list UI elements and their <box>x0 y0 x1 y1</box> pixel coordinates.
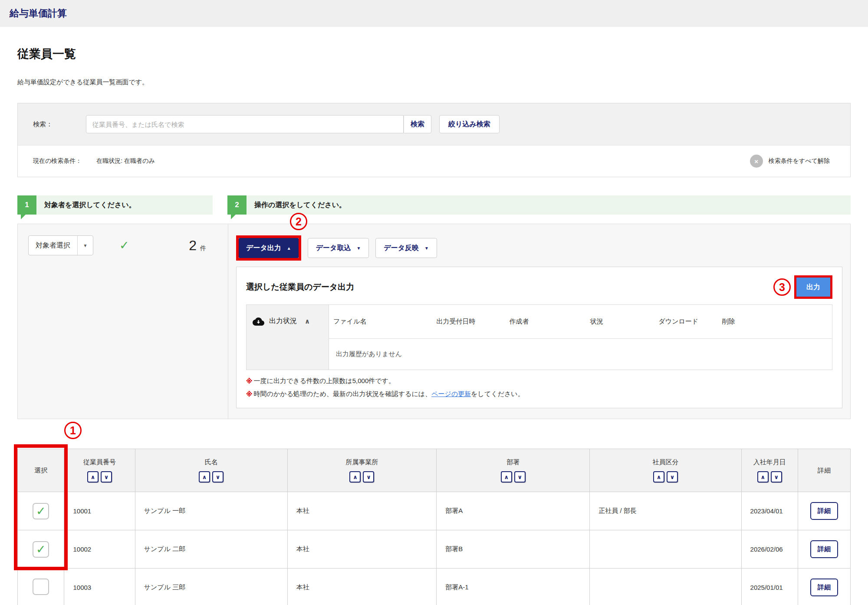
chevron-up-icon: ▲ <box>287 246 291 251</box>
column-header-employee-id: 従業員番号 <box>83 458 116 466</box>
column-header-detail: 詳細 <box>818 466 831 475</box>
sort-desc-button[interactable]: ∨ <box>101 471 112 483</box>
detail-button[interactable]: 詳細 <box>810 540 838 558</box>
sort-desc-button[interactable]: ∨ <box>363 471 374 483</box>
note-mark-icon: ※ <box>246 377 253 385</box>
chevron-down-icon: ▼ <box>424 246 429 251</box>
sort-desc-button[interactable]: ∨ <box>212 471 224 483</box>
page-description: 給与単価設定ができる従業員一覧画面です。 <box>17 78 851 86</box>
output-status-cell[interactable]: 出力状況 ∧ <box>247 305 329 370</box>
sort-desc-button[interactable]: ∨ <box>514 471 526 483</box>
app-title: 給与単価計算 <box>10 7 67 20</box>
employee-table-wrapper: 1 選択 従業員番号 ∧∨ 氏名 ∧∨ 所属事業所 ∧∨ 部署 ∧∨ 社員区分 … <box>17 449 851 605</box>
annotation-3: 3 <box>773 278 791 296</box>
export-notes: ※ 一度に出力できる件数の上限数は5,000件です。 ※ 時間のかかる処理のため… <box>246 377 832 398</box>
data-apply-button[interactable]: データ反映 ▼ <box>375 238 437 258</box>
row-checkbox[interactable]: ✓ <box>33 503 49 519</box>
column-header-name: 氏名 <box>205 458 218 466</box>
sort-asc-button[interactable]: ∧ <box>199 471 210 483</box>
current-condition-row: 現在の検索条件： 在職状況: 在職者のみ × 検索条件をすべて解除 <box>18 145 850 177</box>
export-panel: 選択した従業員のデータ出力 3 出力 <box>236 267 842 408</box>
empty-history-message: 出力履歴がありません <box>329 339 775 370</box>
employee-name-cell: サンプル 三郎 <box>135 569 287 605</box>
office-cell: 本社 <box>287 530 437 569</box>
detail-button[interactable]: 詳細 <box>810 502 838 520</box>
chevron-up-icon: ∧ <box>305 317 310 325</box>
employee-name-cell: サンプル 二郎 <box>135 530 287 569</box>
output-status-label: 出力状況 <box>269 317 297 326</box>
category-cell <box>590 569 741 605</box>
step-2-label: 操作の選択をしてください。 <box>247 195 851 215</box>
category-cell: 正社員 / 部長 <box>590 492 741 530</box>
sort-asc-button[interactable]: ∧ <box>349 471 361 483</box>
note-mark-icon: ※ <box>246 390 253 398</box>
selected-count-unit: 件 <box>200 245 206 252</box>
actions-row: 2 データ出力 ▲ データ取込 ▼ データ反映 ▼ <box>236 235 842 261</box>
clear-all-label: 検索条件をすべて解除 <box>769 157 830 165</box>
note-line-1: ※ 一度に出力できる件数の上限数は5,000件です。 <box>246 377 832 385</box>
step-2-badge: 2 <box>227 195 247 215</box>
export-button-highlight: 2 データ出力 ▲ <box>236 235 301 261</box>
chevron-down-icon: ▼ <box>356 246 361 251</box>
sort-desc-button[interactable]: ∨ <box>771 471 782 483</box>
sort-asc-button[interactable]: ∧ <box>757 471 769 483</box>
page-refresh-link[interactable]: ページの更新 <box>431 390 471 398</box>
current-condition-label: 現在の検索条件： <box>33 157 82 165</box>
note-2-before: 時間のかかる処理のため、最新の出力状況を確認するには、 <box>254 390 432 398</box>
row-checkbox[interactable] <box>33 579 49 595</box>
search-button[interactable]: 検索 <box>404 115 431 133</box>
column-header-office: 所属事業所 <box>345 458 378 466</box>
column-header-category: 社員区分 <box>652 458 678 466</box>
sort-desc-button[interactable]: ∨ <box>667 471 678 483</box>
column-header-request-datetime: 出力受付日時 <box>432 305 505 339</box>
selected-count: 2 件 <box>189 238 217 254</box>
column-header-download: ダウンロード <box>654 305 718 339</box>
column-header-creator: 作成者 <box>505 305 586 339</box>
check-icon: ✓ <box>119 238 129 252</box>
target-selection-panel: 対象者選択 ▼ ✓ 2 件 <box>18 224 228 419</box>
step-bars: 1 対象者を選択してください。 2 操作の選択をしてください。 <box>17 195 851 215</box>
search-input[interactable] <box>86 115 404 133</box>
employee-name-cell: サンプル 一郎 <box>135 492 287 530</box>
sort-asc-button[interactable]: ∧ <box>653 471 664 483</box>
note-1-text: 一度に出力できる件数の上限数は5,000件です。 <box>254 377 395 385</box>
search-label: 検索： <box>33 120 86 129</box>
clear-all-conditions[interactable]: × 検索条件をすべて解除 <box>750 155 830 168</box>
step-1-label: 対象者を選択してください。 <box>36 195 213 215</box>
data-apply-label: データ反映 <box>384 244 419 253</box>
column-header-delete: 削除 <box>718 305 832 339</box>
column-header-file-name: ファイル名 <box>329 305 432 339</box>
column-header-department: 部署 <box>506 458 519 466</box>
office-cell: 本社 <box>287 569 437 605</box>
hire-date-cell: 2023/04/01 <box>741 492 798 530</box>
employee-id-cell: 10003 <box>64 569 135 605</box>
operation-panel: 2 データ出力 ▲ データ取込 ▼ データ反映 ▼ 選択した従業員のデ <box>228 224 850 419</box>
category-cell <box>590 530 741 569</box>
step-1: 1 対象者を選択してください。 <box>17 195 213 215</box>
page-title: 従業員一覧 <box>17 46 851 62</box>
output-button[interactable]: 出力 <box>796 278 830 297</box>
data-export-button[interactable]: データ出力 ▲ <box>239 238 299 258</box>
table-row: ✓ 10002 サンプル 二郎 本社 部署B 2026/02/06 詳細 <box>18 530 851 569</box>
sort-asc-button[interactable]: ∧ <box>87 471 99 483</box>
search-row: 検索： 検索 絞り込み検索 <box>18 103 850 145</box>
output-button-highlight: 出力 <box>794 275 832 299</box>
output-status-table: 出力状況 ∧ ファイル名 出力受付日時 作成者 状況 ダウンロード 削除 出力履… <box>246 304 832 370</box>
department-cell: 部署A <box>437 492 590 530</box>
sort-asc-button[interactable]: ∧ <box>501 471 512 483</box>
row-checkbox[interactable]: ✓ <box>33 541 49 558</box>
current-condition-value: 在職状況: 在職者のみ <box>96 157 155 165</box>
detail-button[interactable]: 詳細 <box>810 579 838 596</box>
column-header-status: 状況 <box>586 305 654 339</box>
data-import-button[interactable]: データ取込 ▼ <box>308 238 369 258</box>
step-1-badge: 1 <box>17 195 36 215</box>
table-header-row: 選択 従業員番号 ∧∨ 氏名 ∧∨ 所属事業所 ∧∨ 部署 ∧∨ 社員区分 ∧∨… <box>18 449 851 492</box>
close-icon: × <box>750 155 763 168</box>
annotation-2: 2 <box>290 213 307 230</box>
filter-search-button[interactable]: 絞り込み検索 <box>439 115 500 133</box>
target-select-dropdown[interactable]: 対象者選択 ▼ <box>28 235 93 255</box>
export-panel-title: 選択した従業員のデータ出力 <box>246 281 354 293</box>
hire-date-cell: 2026/02/06 <box>741 530 798 569</box>
data-import-label: データ取込 <box>316 244 351 253</box>
column-header-select: 選択 <box>34 466 47 475</box>
